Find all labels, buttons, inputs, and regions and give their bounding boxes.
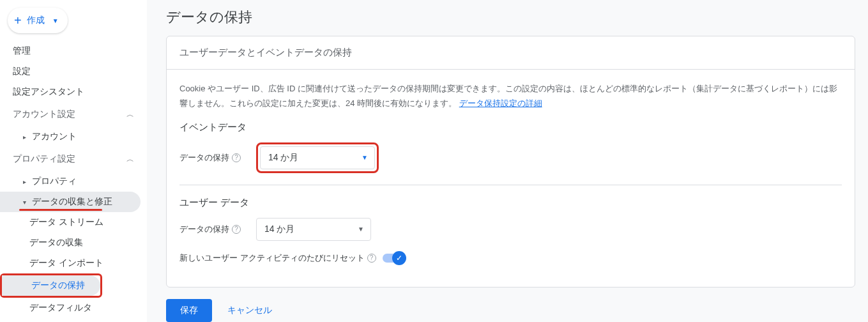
sidebar-item-account[interactable]: ▸ アカウント [0, 126, 147, 147]
reset-label: 新しいユーザー アクティビティのたびにリセット ? [179, 252, 376, 264]
reset-toggle[interactable]: ✓ [383, 254, 404, 263]
user-retention-select[interactable]: 14 か月 ▼ [256, 218, 371, 241]
create-button[interactable]: + 作成 ▼ [8, 8, 68, 33]
event-retention-select[interactable]: 14 か月 ▼ [260, 146, 375, 169]
user-section-label: ユーザー データ [179, 197, 842, 209]
highlight-underline [19, 209, 102, 211]
sidebar: + 作成 ▼ 管理 設定 設定アシスタント アカウント設定 ︿ ▸ アカウント … [0, 0, 147, 322]
learn-more-link[interactable]: データ保持設定の詳細 [459, 98, 542, 108]
sidebar-section-property[interactable]: プロパティ設定 ︿ [0, 147, 147, 171]
page-title: データの保持 [166, 8, 855, 27]
sidebar-item-data-filter[interactable]: データフィルタ [0, 298, 147, 318]
toggle-on-icon: ✓ [392, 251, 406, 265]
highlight-box: 14 か月 ▼ [256, 142, 379, 173]
sidebar-section-account[interactable]: アカウント設定 ︿ [0, 102, 147, 126]
cancel-button[interactable]: キャンセル [227, 305, 272, 316]
save-button[interactable]: 保存 [166, 299, 212, 322]
description: Cookie やユーザー ID、広告 ID に関連付けて送ったデータの保持期間は… [179, 81, 842, 111]
sidebar-item-data-stream[interactable]: データ ストリーム [0, 212, 147, 233]
event-section-label: イベントデータ [179, 121, 842, 134]
caret-down-icon: ▼ [52, 17, 59, 24]
caret-down-icon: ▾ [23, 199, 32, 206]
chevron-up-icon: ︿ [126, 109, 134, 120]
caret-right-icon: ▸ [23, 178, 32, 185]
sidebar-item-data-retain[interactable]: データの保持 [2, 275, 100, 296]
dropdown-icon: ▼ [362, 154, 368, 161]
card-title: ユーザーデータとイベントデータの保持 [167, 36, 855, 70]
help-icon[interactable]: ? [367, 254, 376, 263]
chevron-up-icon: ︿ [126, 154, 134, 165]
caret-right-icon: ▸ [23, 134, 32, 141]
sidebar-item-admin[interactable]: 管理 [0, 41, 147, 61]
main-content: データの保持 ユーザーデータとイベントデータの保持 Cookie やユーザー I… [147, 0, 868, 322]
plus-icon: + [14, 14, 22, 27]
user-retention-label: データの保持 ? [179, 224, 250, 235]
divider [179, 185, 842, 185]
help-icon[interactable]: ? [232, 153, 241, 162]
sidebar-item-assistant[interactable]: 設定アシスタント [0, 82, 147, 102]
sidebar-item-settings[interactable]: 設定 [0, 61, 147, 82]
help-icon[interactable]: ? [232, 225, 241, 234]
event-retention-label: データの保持 ? [179, 152, 250, 164]
retention-card: ユーザーデータとイベントデータの保持 Cookie やユーザー ID、広告 ID… [166, 36, 855, 288]
sidebar-item-property[interactable]: ▸ プロパティ [0, 171, 147, 192]
create-label: 作成 [27, 15, 45, 26]
sidebar-item-data-collect[interactable]: データの収集 [0, 233, 147, 253]
dropdown-icon: ▼ [358, 226, 364, 233]
sidebar-item-data-import[interactable]: データ インポート [0, 253, 147, 273]
sidebar-item-data-collection[interactable]: ▾ データの収集と修正 [0, 192, 141, 212]
highlight-box: データの保持 [0, 273, 102, 298]
